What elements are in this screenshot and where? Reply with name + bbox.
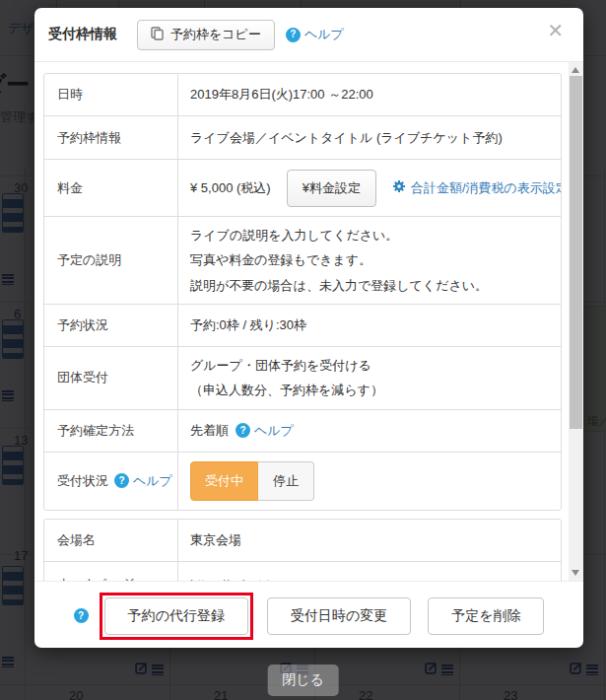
confirm-method-help-label: ヘルプ: [254, 422, 294, 440]
proxy-booking-button[interactable]: 予約の代行登録: [104, 597, 248, 635]
table-row-confirm-method: 予約確定方法 先着順 ? ヘルプ: [44, 410, 561, 453]
toggle-accepting-button[interactable]: 受付中: [190, 461, 258, 501]
reception-status-cell: 受付中 停止: [178, 453, 561, 510]
row-label: 受付状況: [57, 472, 108, 490]
reception-status-toggle: 受付中 停止: [190, 461, 314, 501]
red-highlight-annotation: 予約の代行登録: [100, 593, 253, 640]
toggle-stopped-button[interactable]: 停止: [258, 461, 314, 501]
group-reception-line: グループ・団体予約を受付ける: [190, 353, 383, 378]
help-icon: ?: [236, 423, 250, 438]
table-row-description: 予定の説明 ライブの説明を入力してください。 写真や料金の登録もできます。 説明…: [44, 217, 561, 305]
description-line: 写真や料金の登録もできます。: [190, 247, 488, 272]
confirm-method-cell: 先着順 ? ヘルプ: [178, 410, 561, 452]
scrollbar-thumb[interactable]: [570, 76, 582, 429]
scrollbar-up-arrow[interactable]: [572, 67, 579, 73]
help-icon[interactable]: ?: [74, 608, 89, 623]
copy-slot-button[interactable]: 予約枠をコピー: [137, 20, 275, 50]
row-label: 予約確定方法: [44, 410, 178, 452]
table-row-booking-status: 予約状況 予約:0枠 / 残り:30枠: [44, 305, 561, 347]
price-cell: ¥ 5,000 (税込) ¥料金設定 合計金額/消費税の表示設定: [178, 160, 561, 216]
row-label: 予定の説明: [44, 217, 178, 304]
table-row-homepage: ホームページ https://select-type.com: [44, 562, 561, 581]
slot-info-table: 日時 2019年8月6日(火)17:00 ～22:00 予約枠情報 ライブ会場／…: [43, 73, 562, 511]
modal-body: 日時 2019年8月6日(火)17:00 ～22:00 予約枠情報 ライブ会場／…: [34, 62, 583, 581]
change-datetime-button[interactable]: 受付日時の変更: [267, 597, 411, 635]
description-cell: ライブの説明を入力してください。 写真や料金の登録もできます。 説明が不要の場合…: [178, 217, 561, 304]
reception-status-label-cell: 受付状況 ? ヘルプ: [44, 453, 178, 510]
tax-display-settings-link[interactable]: 合計金額/消費税の表示設定: [392, 179, 561, 197]
scrollbar[interactable]: [569, 62, 583, 581]
reservation-slot-info-modal: 受付枠情報 予約枠をコピー ? ヘルプ ✕ 日時 2019年8月6日(火)17:…: [34, 8, 583, 648]
delete-event-button[interactable]: 予定を削除: [428, 597, 544, 635]
table-row-reception-status: 受付状況 ? ヘルプ 受付中 停止: [44, 453, 561, 510]
copy-icon: [151, 27, 164, 43]
help-icon: ?: [114, 473, 129, 488]
row-label: 料金: [44, 160, 178, 216]
venue-table: 会場名 東京会場 ホームページ https://select-type.com: [43, 519, 562, 581]
homepage-link[interactable]: https://select-type.com: [190, 577, 318, 581]
copy-slot-button-label: 予約枠をコピー: [170, 26, 261, 43]
price-value: ¥ 5,000 (税込): [190, 179, 271, 197]
row-label: 団体受付: [44, 347, 178, 409]
header-help-link[interactable]: ? ヘルプ: [286, 26, 344, 43]
close-icon[interactable]: ✕: [547, 21, 564, 40]
description-line: 説明が不要の場合は、未入力で登録してください。: [190, 273, 488, 298]
reception-status-help-label: ヘルプ: [133, 472, 172, 490]
modal-header: 受付枠情報 予約枠をコピー ? ヘルプ ✕: [34, 8, 583, 62]
table-row-venue-name: 会場名 東京会場: [44, 520, 561, 562]
homepage-cell: https://select-type.com: [178, 562, 561, 581]
scrollbar-down-arrow[interactable]: [572, 570, 579, 576]
table-row-datetime: 日時 2019年8月6日(火)17:00 ～22:00: [44, 74, 561, 116]
table-row-slot-info: 予約枠情報 ライブ会場／イベントタイトル (ライブチケット予約): [44, 116, 561, 160]
row-label: 日時: [44, 74, 178, 115]
help-icon: ?: [286, 28, 301, 42]
table-row-group-reception: 団体受付 グループ・団体予約を受付ける （申込人数分、予約枠を減らす）: [44, 347, 561, 410]
gear-icon: [392, 179, 406, 196]
description-line: ライブの説明を入力してください。: [190, 223, 488, 247]
row-label: 予約枠情報: [44, 116, 178, 159]
tax-display-settings-label: 合計金額/消費税の表示設定: [411, 179, 561, 197]
row-label: 予約状況: [44, 305, 178, 346]
group-reception-cell: グループ・団体予約を受付ける （申込人数分、予約枠を減らす）: [178, 347, 561, 409]
modal-scroll-content: 日時 2019年8月6日(火)17:00 ～22:00 予約枠情報 ライブ会場／…: [43, 73, 562, 581]
reception-status-help-link[interactable]: ? ヘルプ: [114, 472, 172, 490]
confirm-method-value: 先着順: [190, 422, 229, 440]
row-label: 会場名: [44, 520, 178, 561]
group-reception-line: （申込人数分、予約枠を減らす）: [190, 378, 383, 402]
booking-status-value: 予約:0枠 / 残り:30枠: [178, 305, 561, 346]
confirm-method-help-link[interactable]: ? ヘルプ: [236, 422, 294, 440]
table-row-price: 料金 ¥ 5,000 (税込) ¥料金設定 合計金額/消費税の表示設定: [44, 160, 561, 217]
modal-footer: ? 予約の代行登録 受付日時の変更 予定を削除: [34, 581, 583, 650]
close-modal-button[interactable]: 閉じる: [267, 665, 339, 696]
row-label: ホームページ: [44, 562, 178, 581]
slot-info-value: ライブ会場／イベントタイトル (ライブチケット予約): [178, 116, 561, 159]
header-help-label: ヘルプ: [304, 26, 344, 43]
venue-name-value: 東京会場: [178, 520, 561, 561]
price-settings-button[interactable]: ¥料金設定: [287, 170, 376, 207]
modal-title: 受付枠情報: [48, 26, 117, 43]
datetime-value: 2019年8月6日(火)17:00 ～22:00: [178, 74, 561, 115]
